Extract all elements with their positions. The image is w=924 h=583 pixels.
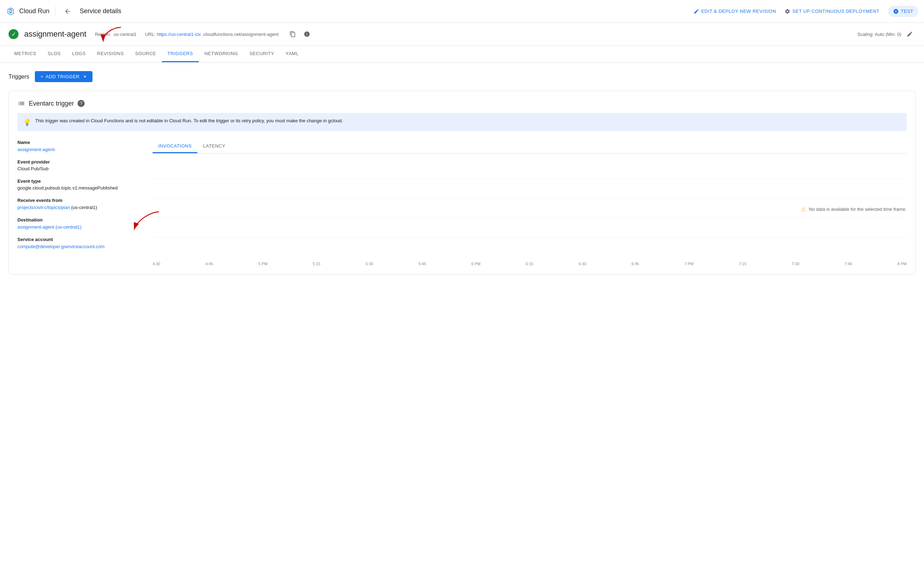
x-label-8: 6:30	[579, 262, 586, 266]
region-label: Region: us-central1	[95, 31, 137, 37]
x-label-14: 8 PM	[897, 262, 907, 266]
trigger-details-left: Name assignment-agent- Event provider Cl…	[17, 140, 153, 266]
back-button[interactable]	[61, 5, 74, 18]
receive-events-label: Receive events from	[17, 198, 141, 203]
x-label-12: 7:30	[792, 262, 799, 266]
chart-area: ⚠ No data is available for the selected …	[153, 159, 907, 259]
service-name: assignment-agent	[24, 30, 86, 39]
chart-xaxis: 4:30 4:45 5 PM 5:15 5:30 5:45 6 PM 6:15 …	[153, 259, 907, 266]
chart-grid	[153, 159, 907, 237]
service-account-label: Service account	[17, 237, 141, 242]
trigger-details-layout: Name assignment-agent- Event provider Cl…	[17, 140, 907, 266]
url-link[interactable]: https://us-central1-civ	[157, 31, 201, 37]
edit-deploy-button[interactable]: EDIT & DEPLOY NEW REVISION	[693, 8, 776, 14]
back-arrow-icon	[64, 8, 71, 15]
pencil-icon	[693, 8, 699, 14]
cloud-run-logo	[6, 7, 16, 16]
service-meta: Region: us-central1 URL: https://us-cent…	[95, 31, 279, 37]
gear-icon	[785, 8, 790, 14]
trigger-card: Eventarc trigger ? 💡 This trigger was cr…	[8, 91, 916, 275]
x-label-11: 7:15	[739, 262, 746, 266]
trigger-details-right: INVOCATIONS LATENCY ⚠ No data	[153, 140, 907, 266]
x-label-0: 4:30	[153, 262, 160, 266]
receive-events-value-row: projects/civil-c/topics/plan (us-central…	[17, 204, 141, 210]
edit-scaling-button[interactable]	[904, 28, 916, 40]
brand-name: Cloud Run	[19, 7, 50, 15]
copy-button[interactable]	[287, 28, 299, 40]
top-nav: Cloud Run Service details EDIT & DEPLOY …	[0, 0, 924, 23]
url-label: URL: https://us-central1-civ .cloudfunct…	[145, 31, 279, 37]
brand: Cloud Run	[6, 7, 56, 16]
info-icon	[304, 31, 310, 37]
receive-events-region: (us-central1)	[71, 205, 97, 210]
no-data-message: ⚠ No data is available for the selected …	[801, 206, 907, 212]
x-label-10: 7 PM	[684, 262, 693, 266]
name-value[interactable]: assignment-agent-	[17, 147, 56, 152]
continuous-deploy-label: SET UP CONTINUOUS DEPLOYMENT	[792, 8, 879, 14]
tab-revisions[interactable]: REVISIONS	[91, 46, 129, 62]
x-label-7: 6:15	[526, 262, 533, 266]
destination-value[interactable]: assignment-agent (us-central1)	[17, 224, 81, 230]
event-type-label: Event type	[17, 178, 141, 184]
tab-source[interactable]: SOURCE	[129, 46, 162, 62]
destination-label: Destination	[17, 217, 141, 222]
x-label-1: 4:45	[206, 262, 213, 266]
triggers-title: Triggers	[8, 74, 29, 80]
event-provider-group: Event provider Cloud Pub/Sub	[17, 159, 141, 171]
x-label-4: 5:30	[366, 262, 373, 266]
main-content: Triggers + ADD TRIGGER ▼ Eventarc trigge…	[0, 63, 924, 283]
name-label: Name	[17, 140, 141, 145]
lightbulb-icon: 💡	[23, 119, 31, 126]
copy-icon	[289, 31, 296, 37]
test-button[interactable]: TEST	[888, 6, 918, 17]
status-icon: ✓	[8, 29, 18, 39]
trigger-card-header: Eventarc trigger ?	[17, 100, 907, 107]
service-account-value[interactable]: compute@developer.gserviceaccount.com	[17, 244, 104, 249]
event-type-value: google.cloud.pubsub.topic.v1.messagePubl…	[17, 185, 141, 191]
event-provider-value: Cloud Pub/Sub	[17, 166, 141, 171]
list-icon	[17, 100, 25, 107]
service-account-group: Service account compute@developer.gservi…	[17, 237, 141, 249]
add-trigger-label: ADD TRIGGER	[46, 74, 80, 79]
chart-tab-invocations[interactable]: INVOCATIONS	[153, 140, 197, 153]
scaling-info: Scaling: Auto (Min: 0)	[857, 28, 916, 40]
tab-security[interactable]: SECURITY	[244, 46, 280, 62]
tab-yaml[interactable]: YAML	[280, 46, 304, 62]
x-label-5: 5:45	[419, 262, 426, 266]
warning-icon: ⚠	[801, 206, 806, 212]
trigger-card-title: Eventarc trigger	[29, 100, 74, 107]
edit-icon	[907, 31, 913, 37]
dropdown-arrow-icon: ▼	[83, 75, 87, 79]
x-label-6: 6 PM	[471, 262, 480, 266]
add-trigger-button[interactable]: + ADD TRIGGER ▼	[35, 71, 92, 82]
receive-events-group: Receive events from projects/civil-c/top…	[17, 198, 141, 210]
x-label-9: 6:45	[632, 262, 639, 266]
tab-networking[interactable]: NETWORKING	[199, 46, 244, 62]
chart-tab-latency[interactable]: LATENCY	[197, 140, 231, 153]
x-label-13: 7:45	[845, 262, 852, 266]
help-icon[interactable]: ?	[78, 100, 85, 107]
nav-actions: EDIT & DEPLOY NEW REVISION SET UP CONTIN…	[693, 6, 918, 17]
continuous-deploy-button[interactable]: SET UP CONTINUOUS DEPLOYMENT	[785, 8, 879, 14]
info-button[interactable]	[301, 28, 313, 40]
event-type-group: Event type google.cloud.pubsub.topic.v1.…	[17, 178, 141, 191]
tab-metrics[interactable]: METRICS	[8, 46, 42, 62]
x-label-3: 5:15	[313, 262, 320, 266]
event-provider-label: Event provider	[17, 159, 141, 165]
service-header: ✓ assignment-agent Region: us-central1 U…	[0, 23, 924, 46]
triggers-header: Triggers + ADD TRIGGER ▼	[8, 71, 916, 82]
chart-tabs: INVOCATIONS LATENCY	[153, 140, 907, 153]
tab-logs[interactable]: LOGS	[66, 46, 91, 62]
test-label: TEST	[901, 8, 913, 14]
info-banner: 💡 This trigger was created in Cloud Func…	[17, 113, 907, 131]
tab-triggers[interactable]: TRIGGERS	[162, 46, 199, 62]
play-icon	[893, 8, 899, 14]
receive-events-link[interactable]: projects/civil-c/topics/plan	[17, 205, 71, 210]
info-banner-text: This trigger was created in Cloud Functi…	[35, 118, 343, 124]
destination-group: Destination assignment-agent (us-central…	[17, 217, 141, 230]
page-title: Service details	[80, 7, 121, 15]
x-label-2: 5 PM	[258, 262, 267, 266]
name-group: Name assignment-agent-	[17, 140, 141, 152]
tab-slos[interactable]: SLOS	[42, 46, 66, 62]
tabs-row: METRICS SLOS LOGS REVISIONS SOURCE TRIGG…	[0, 46, 924, 63]
